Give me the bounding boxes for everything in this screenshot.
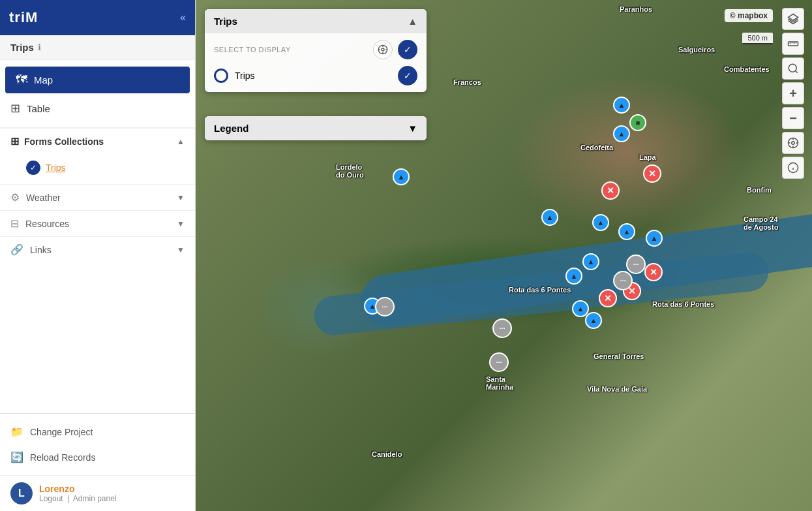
reload-records-button[interactable]: 🔄 Reload Records [0, 444, 195, 470]
links-label: Links [30, 245, 52, 255]
legend-panel: Legend ▼ [205, 116, 427, 140]
logo-text: triM [9, 9, 38, 26]
zoom-out-icon: − [789, 111, 797, 126]
marker-gray-3[interactable]: ··· [375, 297, 395, 317]
scale-text: 500 m [747, 34, 768, 42]
map-controls: + − [782, 8, 804, 179]
forms-collections-content: Trips [0, 154, 195, 184]
weather-chevron: ▼ [177, 193, 185, 202]
search-button[interactable] [782, 57, 804, 80]
marker-gray-5[interactable]: ··· [489, 352, 509, 372]
weather-icon: ⚙ [10, 191, 20, 204]
marker-blue-1[interactable]: ▲ [613, 97, 630, 114]
weather-section[interactable]: ⚙ Weather ▼ [0, 184, 195, 210]
gps-button[interactable] [373, 40, 393, 59]
marker-green-1[interactable]: ■ [629, 114, 646, 131]
nav-table-label: Table [27, 103, 50, 114]
svg-point-15 [792, 142, 795, 145]
select-display-row: SELECT TO DISPLAY ✓ [214, 40, 417, 59]
weather-label: Weather [26, 193, 61, 203]
trips-row: Trips ✓ [214, 66, 417, 85]
user-info: Lorenzo Logout | Admin panel [39, 484, 117, 503]
sidebar-bottom: 📁 Change Project 🔄 Reload Records [0, 413, 195, 475]
svg-point-12 [789, 64, 796, 72]
layers-icon: ⊞ [10, 135, 19, 147]
trips-panel-collapse[interactable]: ▲ [408, 16, 417, 27]
trips-check[interactable] [26, 161, 40, 175]
location-button[interactable] [782, 132, 804, 154]
mapbox-logo-text: © mapbox [730, 11, 768, 20]
marker-red-3[interactable]: ✕ [644, 263, 663, 281]
zoom-out-button[interactable]: − [782, 107, 804, 129]
trip-item-label: Trips [235, 70, 255, 81]
marker-blue-11[interactable]: ▲ [585, 312, 602, 329]
trips-collection-item[interactable]: Trips [21, 157, 190, 179]
map-icon: 🗺 [16, 73, 27, 87]
logout-link[interactable]: Logout [39, 494, 63, 503]
trips-panel: Trips ▲ SELECT TO DISPLAY ✓ [205, 9, 427, 92]
sidebar-section: ⊞ Forms Collections ▲ Trips ⚙ Weather ▼ … [0, 128, 195, 413]
marker-blue-3[interactable]: ▲ [393, 168, 410, 185]
collapse-button[interactable]: « [180, 12, 186, 23]
sidebar: triM « Trips ℹ 🗺 Map ⊞ Table ⊞ Forms Col… [0, 0, 196, 511]
map-area[interactable]: Paranhos Salgueiros Combatentes Francos … [196, 0, 812, 511]
layers-button[interactable] [782, 8, 804, 30]
forms-collections-label: Forms Collections [24, 136, 104, 147]
forms-collections-chevron: ▲ [177, 137, 185, 146]
marker-gray-2[interactable]: ··· [613, 271, 633, 290]
marker-blue-2[interactable]: ▲ [613, 125, 630, 142]
reload-icon: 🔄 [10, 451, 23, 463]
marker-gray-4[interactable]: ··· [492, 318, 512, 338]
links-section[interactable]: 🔗 Links ▼ [0, 236, 195, 262]
marker-blue-7[interactable]: ▲ [646, 230, 663, 247]
mapbox-logo: © mapbox [725, 9, 773, 22]
admin-panel-link[interactable]: Admin panel [73, 494, 117, 503]
table-icon: ⊞ [10, 101, 20, 116]
svg-line-13 [795, 70, 797, 72]
user-links: Logout | Admin panel [39, 494, 117, 503]
marker-red-2[interactable]: ✕ [601, 181, 620, 200]
page-title: Trips [10, 42, 34, 53]
check-all-button[interactable]: ✓ [398, 40, 417, 59]
separator: | [67, 494, 69, 503]
resources-icon: ⊟ [10, 217, 19, 230]
sidebar-header: triM « [0, 0, 195, 35]
icon-group: ✓ [373, 40, 417, 59]
user-name[interactable]: Lorenzo [39, 484, 117, 494]
nav-map-label: Map [34, 74, 53, 85]
trip-check-button[interactable]: ✓ [398, 66, 417, 85]
marker-red-5[interactable]: ✕ [599, 289, 617, 307]
reload-records-label: Reload Records [30, 452, 95, 463]
legend-header[interactable]: Legend ▼ [205, 116, 427, 140]
select-display-label: SELECT TO DISPLAY [214, 46, 291, 54]
trips-panel-header: Trips ▲ [205, 9, 427, 33]
trip-circle [214, 69, 228, 83]
marker-blue-4[interactable]: ▲ [541, 209, 558, 226]
marker-blue-6[interactable]: ▲ [618, 223, 635, 240]
resources-chevron: ▼ [177, 219, 185, 228]
links-chevron: ▼ [177, 245, 185, 255]
info-icon: ℹ [38, 42, 41, 52]
nav-map[interactable]: 🗺 Map [5, 67, 190, 93]
zoom-in-button[interactable]: + [782, 82, 804, 104]
nav-table[interactable]: ⊞ Table [0, 95, 195, 122]
user-avatar: L [10, 482, 33, 504]
marker-red-1[interactable]: ✕ [643, 164, 661, 183]
change-project-icon: 📁 [10, 426, 23, 438]
legend-chevron: ▼ [408, 123, 417, 134]
links-icon: 🔗 [10, 243, 23, 256]
trips-collection-label[interactable]: Trips [46, 163, 66, 173]
change-project-button[interactable]: 📁 Change Project [0, 419, 195, 444]
ruler-button[interactable] [782, 33, 804, 55]
zoom-in-icon: + [789, 86, 797, 101]
marker-blue-9[interactable]: ▲ [565, 268, 582, 285]
sidebar-nav: 🗺 Map ⊞ Table [0, 60, 195, 128]
resources-label: Resources [25, 219, 69, 229]
forms-collections-header[interactable]: ⊞ Forms Collections ▲ [0, 128, 195, 154]
legend-title: Legend [214, 123, 248, 134]
marker-blue-8[interactable]: ▲ [582, 253, 599, 270]
info-button[interactable] [782, 157, 804, 179]
trips-panel-body: SELECT TO DISPLAY ✓ Trips [205, 33, 427, 92]
marker-blue-5[interactable]: ▲ [592, 214, 609, 231]
resources-section[interactable]: ⊟ Resources ▼ [0, 210, 195, 236]
